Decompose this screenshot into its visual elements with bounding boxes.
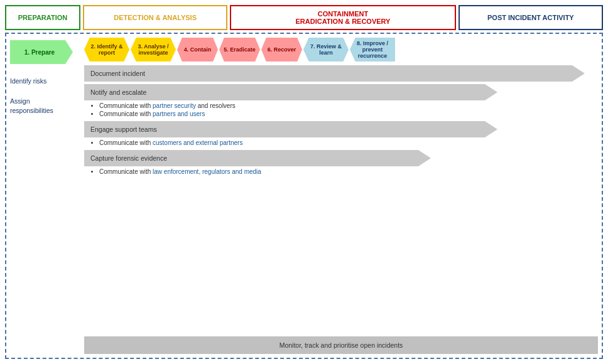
- header-post: POST INCIDENT ACTIVITY: [459, 5, 603, 30]
- arrow-engage-label: Engage support teams: [90, 126, 157, 133]
- bullet-notify-2: Communicate with partners and users: [99, 110, 598, 117]
- header-preparation: PREPARATION: [5, 5, 80, 30]
- arrow-notify: Notify and escalate: [84, 84, 485, 100]
- step-6: 6. Recover: [261, 38, 302, 62]
- steps-row: 2. Identify & report 3. Analyse / invest…: [84, 38, 598, 62]
- header-containment-label: CONTAINMENT ERADICATION & RECOVERY: [296, 10, 391, 25]
- bullet-engage-1: Communicate with customers and external …: [99, 139, 598, 146]
- header-containment: CONTAINMENT ERADICATION & RECOVERY: [230, 5, 456, 30]
- main-area: 1. Prepare Identify risks Assign respons…: [5, 33, 603, 359]
- bullets-engage: Communicate with customers and external …: [84, 139, 598, 147]
- sidebar-text: Identify risks Assign responsibilities: [10, 70, 84, 116]
- arrow-forensic-label: Capture forensic evidence: [90, 154, 167, 162]
- arrow-document: Document incident: [84, 65, 572, 82]
- bullets-notify: Communicate with partner security and re…: [84, 102, 598, 119]
- arrow-document-label: Document incident: [90, 70, 145, 77]
- step-1: 1. Prepare: [10, 40, 73, 64]
- bullet-notify-1: Communicate with partner security and re…: [99, 102, 598, 109]
- right-content: 2. Identify & report 3. Analyse / invest…: [84, 38, 598, 354]
- bullets-forensic: Communicate with law enforcement, regula…: [84, 168, 598, 176]
- left-sidebar: 1. Prepare Identify risks Assign respons…: [10, 38, 84, 354]
- sidebar-assign: Assign responsibilities: [10, 97, 84, 117]
- arrow-notify-label: Notify and escalate: [90, 88, 146, 96]
- section-engage: Engage support teams Communicate with cu…: [84, 121, 598, 147]
- header-row: PREPARATION DETECTION & ANALYSIS CONTAIN…: [5, 5, 603, 30]
- step-8: 8. Improve / prevent recurrence: [350, 38, 395, 62]
- arrow-engage: Engage support teams: [84, 121, 485, 137]
- sidebar-identify-risks: Identify risks: [10, 77, 84, 87]
- step-5: 5. Eradicate: [219, 38, 260, 62]
- section-document: Document incident: [84, 65, 598, 82]
- header-post-label: POST INCIDENT ACTIVITY: [487, 14, 574, 21]
- section-forensic: Capture forensic evidence Communicate wi…: [84, 150, 598, 176]
- header-detection: DETECTION & ANALYSIS: [83, 5, 227, 30]
- content-area: Document incident Notify and escalate Co…: [84, 65, 598, 354]
- step-7: 7. Review & learn: [303, 38, 349, 62]
- section-notify: Notify and escalate Communicate with par…: [84, 84, 598, 119]
- arrow-forensic: Capture forensic evidence: [84, 150, 418, 166]
- header-detection-label: DETECTION & ANALYSIS: [114, 14, 197, 21]
- step-2: 2. Identify & report: [84, 38, 129, 62]
- header-preparation-label: PREPARATION: [18, 14, 67, 21]
- monitor-label: Monitor, track and prioritise open incid…: [280, 341, 403, 349]
- bullet-forensic-1: Communicate with law enforcement, regula…: [99, 168, 598, 175]
- monitor-bar: Monitor, track and prioritise open incid…: [84, 336, 598, 354]
- step-4: 4. Contain: [177, 38, 218, 62]
- page-container: PREPARATION DETECTION & ANALYSIS CONTAIN…: [0, 0, 608, 364]
- step-3: 3. Analyse / investigate: [131, 38, 176, 62]
